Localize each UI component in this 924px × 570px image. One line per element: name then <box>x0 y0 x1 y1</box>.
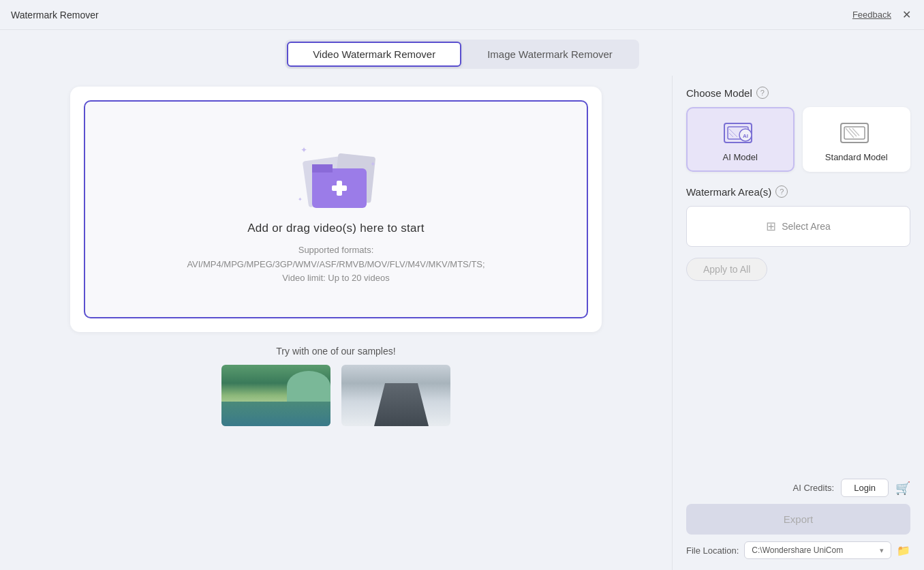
feedback-link[interactable]: Feedback <box>852 10 891 20</box>
sparkle-2: ✦ <box>370 160 375 168</box>
watermark-area-title: Watermark Area(s) ? <box>686 185 910 198</box>
formats-line3: Video limit: Up to 20 videos <box>282 273 389 283</box>
tab-container: Video Watermark Remover Image Watermark … <box>285 40 639 69</box>
folder-svg-icon <box>295 140 384 215</box>
samples-section: Try with one of our samples! <box>14 346 658 426</box>
svg-line-14 <box>846 128 854 138</box>
login-button[interactable]: Login <box>841 479 889 497</box>
select-area-label: Select Area <box>782 221 831 232</box>
sparkle-1: ✦ <box>301 145 307 155</box>
folder-open-icon[interactable]: 📁 <box>897 544 910 557</box>
upload-title: Add or drag video(s) here to start <box>247 222 425 235</box>
svg-line-11 <box>729 133 733 137</box>
upload-outer: ✦ ✦ ✦ Add or drag video(s) here to start… <box>70 87 602 332</box>
choose-model-title: Choose Model ? <box>686 87 910 99</box>
file-location-value: C:\Wondershare UniCom <box>752 545 843 555</box>
svg-line-10 <box>729 129 737 137</box>
svg-line-16 <box>852 128 859 136</box>
ai-credits-label: AI Credits: <box>793 483 835 493</box>
tab-image[interactable]: Image Watermark Remover <box>463 42 637 67</box>
right-spacer <box>686 305 910 479</box>
file-location-label: File Location: <box>686 545 739 556</box>
standard-model-label: Standard Model <box>825 152 888 162</box>
file-location-input[interactable]: C:\Wondershare UniCom ▾ <box>744 541 891 559</box>
sample-thumb-2[interactable] <box>341 365 450 426</box>
watermark-area-help-icon[interactable]: ? <box>775 185 788 198</box>
sparkle-3: ✦ <box>298 196 303 202</box>
app-title: Watermark Remover <box>11 10 99 20</box>
main-content: ✦ ✦ ✦ Add or drag video(s) here to start… <box>0 76 924 570</box>
model-card-ai[interactable]: AI AI Model <box>686 107 795 172</box>
right-panel: Choose Model ? AI <box>672 76 924 570</box>
folder-icon-area: ✦ ✦ ✦ <box>295 140 377 208</box>
model-grid: AI AI Model <box>686 107 910 172</box>
svg-rect-3 <box>312 164 333 172</box>
svg-line-15 <box>849 128 857 136</box>
svg-text:AI: AI <box>743 133 748 139</box>
upload-zone[interactable]: ✦ ✦ ✦ Add or drag video(s) here to start… <box>84 100 588 318</box>
tab-bar: Video Watermark Remover Image Watermark … <box>0 30 924 76</box>
samples-row <box>221 365 450 426</box>
watermark-area-label: Watermark Area(s) <box>686 186 771 198</box>
right-bottom: AI Credits: Login 🛒 Export File Location… <box>686 479 910 559</box>
dropdown-arrow[interactable]: ▾ <box>880 546 884 555</box>
select-area-button[interactable]: ⊞ Select Area <box>686 206 910 247</box>
ai-model-icon: AI <box>724 119 756 147</box>
watermark-area-section: Watermark Area(s) ? ⊞ Select Area <box>686 185 910 247</box>
choose-model-label: Choose Model <box>686 87 752 99</box>
file-location-row: File Location: C:\Wondershare UniCom ▾ 📁 <box>686 541 910 559</box>
export-button[interactable]: Export <box>686 504 910 535</box>
close-button[interactable]: ✕ <box>899 8 913 22</box>
svg-rect-5 <box>332 185 347 191</box>
ai-model-svg: AI <box>724 120 756 146</box>
standard-model-icon <box>840 119 873 147</box>
apply-to-all-button[interactable]: Apply to All <box>686 258 767 281</box>
svg-rect-13 <box>844 127 865 139</box>
select-area-icon: ⊞ <box>766 219 776 234</box>
sample-thumb-1[interactable] <box>221 365 330 426</box>
formats-line1: Supported formats: <box>298 245 374 255</box>
tab-video[interactable]: Video Watermark Remover <box>287 42 461 67</box>
cart-icon[interactable]: 🛒 <box>895 481 910 496</box>
title-bar-actions: Feedback ✕ <box>852 8 913 22</box>
standard-model-svg <box>840 120 873 146</box>
samples-label: Try with one of our samples! <box>276 346 395 357</box>
model-card-standard[interactable]: Standard Model <box>803 107 911 172</box>
upload-formats: Supported formats: AVI/MP4/MPG/MPEG/3GP/… <box>187 243 484 286</box>
left-panel: ✦ ✦ ✦ Add or drag video(s) here to start… <box>0 76 672 570</box>
svg-rect-12 <box>841 123 868 142</box>
title-bar: Watermark Remover Feedback ✕ <box>0 0 924 30</box>
ai-credits-row: AI Credits: Login 🛒 <box>686 479 910 497</box>
ai-model-label: AI Model <box>723 152 758 162</box>
formats-line2: AVI/MP4/MPG/MPEG/3GP/WMV/ASF/RMVB/MOV/FL… <box>187 259 484 269</box>
choose-model-help-icon[interactable]: ? <box>756 87 769 99</box>
apply-all-wrapper: Apply to All <box>686 258 910 295</box>
